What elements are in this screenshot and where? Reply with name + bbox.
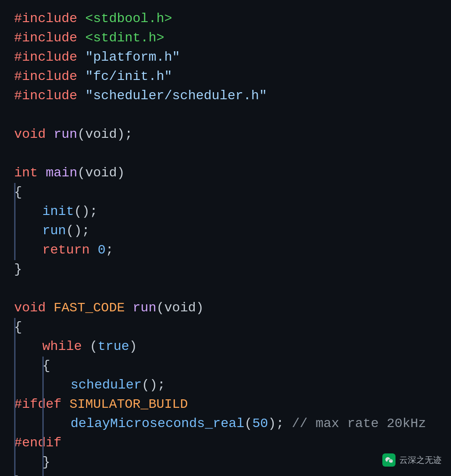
paren-run-sig: (void) bbox=[156, 301, 204, 315]
paren-delay-open: ( bbox=[245, 416, 253, 431]
watermark-text: 云深之无迹 bbox=[399, 454, 442, 466]
keyword-include5: #include bbox=[14, 88, 85, 103]
wechat-icon bbox=[382, 453, 396, 467]
header-scheduler: "scheduler/scheduler.h" bbox=[85, 88, 267, 103]
fn-run: run bbox=[133, 301, 156, 315]
kw-while: while bbox=[42, 339, 90, 354]
line-while: while (true) bbox=[14, 337, 437, 357]
kw-ifdef: #ifdef bbox=[14, 397, 70, 412]
line-include-scheduler: #include "scheduler/scheduler.h" bbox=[14, 87, 437, 106]
watermark: 云深之无迹 bbox=[382, 453, 442, 467]
line-run-sig: void FAST_CODE run(void) bbox=[14, 299, 437, 318]
keyword-include4: #include bbox=[14, 69, 85, 84]
paren-main: (void) bbox=[77, 166, 125, 180]
macro-fast-code: FAST_CODE bbox=[54, 301, 133, 315]
fn-call-run: run bbox=[42, 223, 66, 238]
paren-init: (); bbox=[74, 204, 97, 219]
empty-line-3 bbox=[14, 279, 437, 299]
keyword-include2: #include bbox=[14, 31, 85, 45]
empty-line-1 bbox=[14, 106, 437, 125]
code-block: #include <stdbool.h> #include <stdint.h>… bbox=[0, 9, 451, 476]
paren-proto: (void); bbox=[77, 127, 133, 142]
block-bar-while-3 bbox=[42, 395, 44, 414]
line-brace-while-close: } bbox=[14, 453, 437, 472]
line-include-init: #include "fc/init.h" bbox=[14, 67, 437, 87]
kw-void-2: void bbox=[14, 301, 54, 315]
line-brace-run-close: } bbox=[14, 472, 437, 476]
code-container: #include <stdbool.h> #include <stdint.h>… bbox=[0, 0, 451, 476]
brace-while-close: } bbox=[42, 455, 50, 469]
paren-while-open: ( bbox=[90, 339, 98, 354]
line-include-stdbool: #include <stdbool.h> bbox=[14, 9, 437, 29]
kw-true: true bbox=[98, 339, 129, 354]
fn-call-delay: delayMicroseconds_real bbox=[71, 416, 245, 431]
line-include-platform: #include "platform.h" bbox=[14, 48, 437, 67]
kw-void-1: void bbox=[14, 127, 54, 142]
num-50: 50 bbox=[252, 416, 268, 431]
line-brace-main-open: { bbox=[14, 183, 437, 202]
comment-max-rate: // max rate 20kHz bbox=[284, 416, 426, 431]
line-scheduler-call: scheduler(); bbox=[14, 376, 437, 395]
macro-simulator: SIMULATOR_BUILD bbox=[70, 397, 188, 412]
header-stdint: <stdint.h> bbox=[85, 31, 164, 45]
paren-scheduler: (); bbox=[142, 378, 165, 392]
block-bar-run-2 bbox=[14, 337, 16, 357]
line-include-stdint: #include <stdint.h> bbox=[14, 29, 437, 48]
block-bar-main-2 bbox=[14, 202, 16, 222]
header-platform: "platform.h" bbox=[85, 50, 180, 64]
line-brace-while-open: { bbox=[14, 357, 437, 376]
line-ifdef: #ifdef SIMULATOR_BUILD bbox=[14, 395, 437, 414]
line-brace-main-close: } bbox=[14, 260, 437, 279]
brace-run-close: } bbox=[14, 474, 22, 476]
fn-call-scheduler: scheduler bbox=[71, 378, 142, 392]
block-bar-while-5 bbox=[42, 434, 44, 453]
line-run-prototype: void run(void); bbox=[14, 125, 437, 144]
block-bar-run-7 bbox=[14, 434, 16, 453]
paren-while-close: ) bbox=[129, 339, 137, 354]
kw-endif: #endif bbox=[14, 436, 62, 450]
line-return: return 0; bbox=[14, 241, 437, 260]
header-stdbool: <stdbool.h> bbox=[85, 11, 172, 26]
fn-call-init: init bbox=[42, 204, 74, 219]
block-bar-run-8 bbox=[14, 453, 16, 472]
line-init-call: init(); bbox=[14, 202, 437, 222]
semi-return: ; bbox=[105, 243, 113, 257]
line-main-sig: int main(void) bbox=[14, 164, 437, 183]
keyword-include: #include bbox=[14, 11, 85, 26]
block-bar-run-5 bbox=[14, 395, 16, 414]
kw-return: return bbox=[42, 243, 98, 257]
block-bar-main-4 bbox=[14, 241, 16, 260]
brace-main-close: } bbox=[14, 262, 22, 277]
empty-line-2 bbox=[14, 144, 437, 164]
block-bar-while-4 bbox=[42, 414, 44, 434]
fn-main: main bbox=[46, 166, 77, 180]
header-init: "fc/init.h" bbox=[85, 69, 172, 84]
block-bar-run-3 bbox=[14, 357, 16, 376]
line-endif: #endif bbox=[14, 434, 437, 453]
block-bar-run-6 bbox=[14, 414, 16, 434]
num-zero: 0 bbox=[98, 243, 106, 257]
block-bar-while-2 bbox=[42, 376, 44, 395]
paren-delay-close: ); bbox=[268, 416, 284, 431]
line-run-call: run(); bbox=[14, 222, 437, 241]
keyword-include3: #include bbox=[14, 50, 85, 64]
line-brace-run-open: { bbox=[14, 318, 437, 337]
block-bar-run-4 bbox=[14, 376, 16, 395]
paren-run: (); bbox=[66, 223, 89, 238]
block-bar-main-3 bbox=[14, 222, 16, 241]
kw-int: int bbox=[14, 166, 46, 180]
line-delay-call: delayMicroseconds_real(50); // max rate … bbox=[14, 414, 437, 434]
fn-run-proto: run bbox=[54, 127, 77, 142]
